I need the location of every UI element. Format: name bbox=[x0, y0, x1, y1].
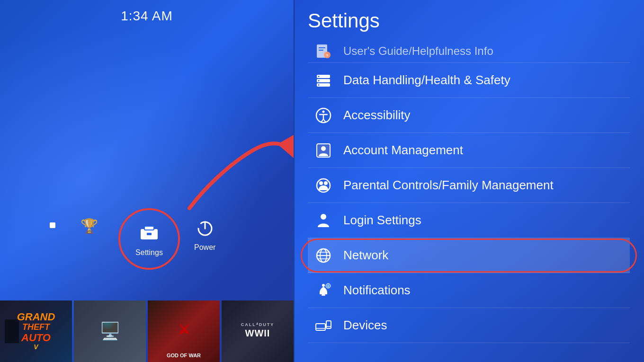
network-label: Network bbox=[343, 248, 388, 263]
game-thumb-gow[interactable]: ⚔ GOD OF WAR bbox=[148, 300, 220, 362]
trophy-icon: 🏆 bbox=[80, 218, 98, 234]
parental-controls-icon bbox=[313, 175, 334, 196]
menu-item-notifications[interactable]: i Notifications bbox=[308, 273, 630, 308]
menu-item-network[interactable]: Network bbox=[308, 238, 630, 273]
accessibility-icon bbox=[313, 105, 334, 126]
menu-item-parental-controls[interactable]: Parental Controls/Family Management bbox=[308, 168, 630, 203]
left-panel: 1:34 AM 🏆 Settings Power bbox=[0, 0, 294, 362]
notifications-icon: i bbox=[313, 280, 334, 301]
svg-rect-35 bbox=[322, 294, 325, 296]
svg-text:?: ? bbox=[326, 53, 328, 58]
accessibility-label: Accessibility bbox=[343, 108, 411, 123]
devices-icon bbox=[313, 315, 334, 336]
svg-line-22 bbox=[323, 119, 326, 122]
devices-label: Devices bbox=[343, 318, 387, 333]
svg-line-21 bbox=[321, 119, 323, 122]
svg-rect-38 bbox=[316, 324, 325, 330]
tv-icon: 🖥️ bbox=[99, 321, 121, 341]
cod-art: CALL⁴DUTY WWII bbox=[241, 322, 275, 339]
red-arrow bbox=[133, 95, 294, 227]
power-button-area[interactable]: Power bbox=[194, 220, 215, 252]
data-handling-label: Data Handling/Health & Safety bbox=[343, 73, 510, 88]
settings-title: Settings bbox=[308, 9, 630, 32]
menu-item-account-management[interactable]: Account Management bbox=[308, 133, 630, 168]
account-management-icon bbox=[313, 140, 334, 161]
svg-point-14 bbox=[318, 76, 319, 77]
svg-point-24 bbox=[321, 146, 326, 151]
settings-circle-highlight: Settings bbox=[118, 208, 180, 270]
power-label: Power bbox=[194, 243, 215, 252]
game-thumb-gta[interactable]: GRAND THEFT AUTO V bbox=[0, 300, 72, 362]
game-thumb-tv[interactable]: 🖥️ bbox=[74, 300, 146, 362]
notification-dot bbox=[50, 222, 55, 228]
svg-point-15 bbox=[318, 80, 319, 81]
time-display: 1:34 AM bbox=[121, 9, 173, 24]
game-thumb-cod[interactable]: CALL⁴DUTY WWII bbox=[222, 300, 294, 362]
settings-icon-group[interactable]: Settings bbox=[135, 221, 163, 257]
svg-rect-2 bbox=[147, 233, 152, 235]
data-handling-icon bbox=[313, 70, 334, 91]
gow-label: GOD OF WAR bbox=[167, 353, 201, 358]
svg-point-27 bbox=[324, 181, 328, 185]
svg-point-18 bbox=[322, 110, 324, 113]
svg-rect-40 bbox=[326, 321, 331, 328]
game-thumbnails: GRAND THEFT AUTO V 🖥️ ⚔ GOD OF WAR CALL⁴… bbox=[0, 300, 294, 362]
menu-item-accessibility[interactable]: Accessibility bbox=[308, 98, 630, 133]
menu-item-devices[interactable]: Devices bbox=[308, 308, 630, 343]
panel-divider bbox=[294, 0, 295, 362]
settings-menu-list: ? User's Guide/Helpfulness Info Data Han… bbox=[308, 39, 630, 343]
account-management-label: Account Management bbox=[343, 143, 463, 158]
menu-item-login-settings[interactable]: Login Settings bbox=[308, 203, 630, 238]
notifications-label: Notifications bbox=[343, 283, 411, 298]
parental-controls-label: Parental Controls/Family Management bbox=[343, 178, 554, 193]
menu-item-users-guide[interactable]: ? User's Guide/Helpfulness Info bbox=[308, 39, 630, 63]
svg-point-34 bbox=[322, 284, 325, 287]
svg-point-16 bbox=[318, 84, 319, 86]
settings-label: Settings bbox=[135, 248, 163, 257]
login-settings-label: Login Settings bbox=[343, 213, 421, 228]
network-icon bbox=[313, 245, 334, 266]
svg-point-28 bbox=[321, 214, 326, 220]
users-guide-label: User's Guide/Helpfulness Info bbox=[343, 44, 493, 58]
toolbox-icon bbox=[139, 221, 160, 247]
svg-rect-8 bbox=[319, 50, 323, 51]
menu-item-data-handling[interactable]: Data Handling/Health & Safety bbox=[308, 63, 630, 98]
power-icon bbox=[197, 220, 214, 241]
svg-rect-7 bbox=[319, 47, 325, 48]
right-panel: Settings ? User's Guide/Helpfulness Info bbox=[294, 0, 644, 362]
svg-text:i: i bbox=[328, 284, 329, 288]
svg-point-26 bbox=[319, 181, 323, 185]
svg-rect-1 bbox=[144, 226, 154, 230]
login-settings-icon bbox=[313, 210, 334, 231]
guide-icon: ? bbox=[313, 40, 334, 62]
gta-art: GRAND THEFT AUTO V bbox=[17, 311, 55, 351]
